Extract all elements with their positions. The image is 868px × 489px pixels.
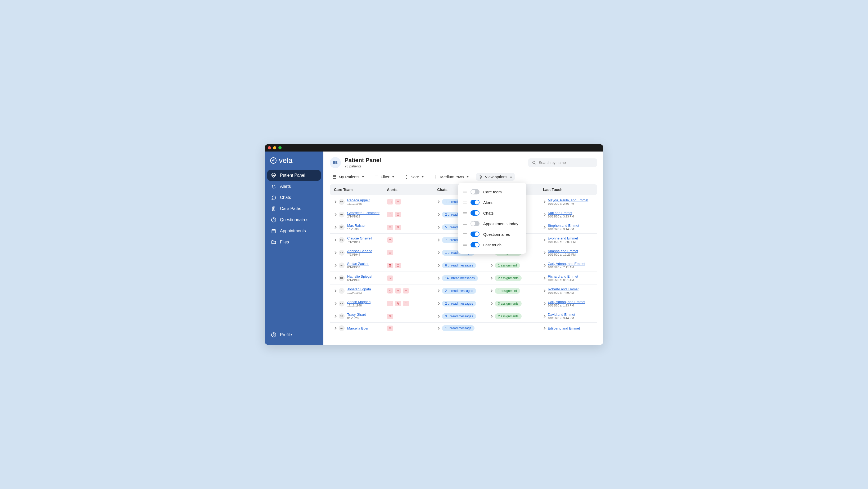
briefcase-alert-icon[interactable] <box>395 263 401 268</box>
expand-chats-button[interactable] <box>437 315 439 318</box>
battery-alert-icon[interactable] <box>387 250 393 255</box>
last-touch-link[interactable]: Evonne and Emmet <box>548 236 578 240</box>
expand-assignments-button[interactable] <box>490 302 493 305</box>
id-alert-icon[interactable] <box>387 276 393 281</box>
expand-assignments-button[interactable] <box>490 315 493 318</box>
expand-chats-button[interactable] <box>437 277 439 280</box>
expand-chats-button[interactable] <box>437 200 439 203</box>
patient-name-link[interactable]: Adnan Magnan <box>347 300 371 304</box>
expand-last-touch-button[interactable] <box>542 315 546 318</box>
last-touch-link[interactable]: Edilberto and Emmet <box>548 326 580 330</box>
briefcase-alert-icon[interactable] <box>387 237 393 243</box>
last-touch-link[interactable]: Carl, Adnan, and Emmet <box>548 300 585 304</box>
drag-handle-icon[interactable] <box>463 212 467 214</box>
unread-messages-pill[interactable]: 1 unread message <box>442 325 474 331</box>
last-touch-link[interactable]: Carl, Adnan, and Emmet <box>548 262 585 266</box>
sidebar-item-profile[interactable]: Profile <box>267 329 321 340</box>
expand-chats-button[interactable] <box>437 238 439 241</box>
battery-alert-icon[interactable] <box>387 325 393 331</box>
expand-chats-button[interactable] <box>437 289 439 292</box>
expand-last-touch-button[interactable] <box>542 302 546 305</box>
expand-chats-button[interactable] <box>437 226 439 229</box>
expand-row-button[interactable] <box>334 200 336 203</box>
expand-chats-button[interactable] <box>437 213 439 216</box>
expand-last-touch-button[interactable] <box>542 238 546 241</box>
last-touch-link[interactable]: Stephen and Emmet <box>548 224 579 228</box>
unread-messages-pill[interactable]: 2 unread messages <box>442 301 476 307</box>
expand-assignments-button[interactable] <box>490 264 493 267</box>
expand-last-touch-button[interactable] <box>542 264 546 267</box>
patient-name-link[interactable]: Jonatan Lopata <box>347 287 371 291</box>
briefcase-alert-icon[interactable] <box>403 288 409 293</box>
briefcase-alert-icon[interactable] <box>395 199 401 204</box>
toggle-chats[interactable] <box>470 210 479 215</box>
user-avatar[interactable]: EB <box>330 157 341 168</box>
last-touch-link[interactable]: Arianna and Emmet <box>548 249 578 253</box>
window-maximize-button[interactable] <box>278 146 282 149</box>
last-touch-link[interactable]: David and Emmet <box>548 313 575 317</box>
expand-row-button[interactable] <box>334 213 336 216</box>
last-touch-link[interactable]: Richard and Emmet <box>548 275 578 279</box>
view-options-button[interactable]: View options <box>476 173 515 181</box>
window-minimize-button[interactable] <box>273 146 276 149</box>
drag-handle-icon[interactable] <box>463 191 467 193</box>
row-size-button[interactable]: Medium rows <box>431 173 471 181</box>
toggle-questionnaires[interactable] <box>470 232 479 237</box>
sidebar-item-patient-panel[interactable]: Patient Panel <box>267 170 321 181</box>
expand-assignments-button[interactable] <box>490 277 493 280</box>
my-patients-button[interactable]: My Patients <box>330 173 367 181</box>
hospital-alert-icon[interactable] <box>387 199 393 204</box>
patient-name-link[interactable]: Georgette Eichstaedt <box>347 211 379 215</box>
expand-row-button[interactable] <box>334 289 336 292</box>
patient-name-link[interactable]: Marcella Buer <box>347 326 368 330</box>
drag-handle-icon[interactable] <box>463 223 467 225</box>
sort-button[interactable]: Sort: <box>402 173 427 181</box>
toggle-care-team[interactable] <box>470 189 479 195</box>
patient-name-link[interactable]: Rebeca Appelt <box>347 198 370 202</box>
expand-chats-button[interactable] <box>437 251 439 254</box>
last-touch-link[interactable]: Mayda, Paula, and Emmet <box>548 198 588 202</box>
toggle-appointments-today[interactable] <box>470 221 479 226</box>
patient-name-link[interactable]: Max Ralston <box>347 224 366 228</box>
filter-button[interactable]: Filter <box>372 173 397 181</box>
patient-name-link[interactable]: Nathalie Spiegel <box>347 275 372 279</box>
home-alert-icon[interactable] <box>403 301 409 306</box>
expand-assignments-button[interactable] <box>490 289 493 292</box>
expand-row-button[interactable] <box>334 251 336 254</box>
drag-handle-icon[interactable] <box>463 233 467 235</box>
expand-last-touch-button[interactable] <box>542 289 546 292</box>
expand-row-button[interactable] <box>334 238 336 241</box>
home-alert-icon[interactable] <box>387 288 393 293</box>
assignments-pill[interactable]: 2 assignments <box>495 313 522 319</box>
id-alert-icon[interactable] <box>395 288 401 293</box>
home-alert-icon[interactable] <box>387 212 393 217</box>
unread-messages-pill[interactable]: 3 unread messages <box>442 313 476 319</box>
window-close-button[interactable] <box>268 146 271 149</box>
rx-alert-icon[interactable] <box>395 301 401 306</box>
expand-row-button[interactable] <box>334 226 336 229</box>
id-alert-icon[interactable] <box>387 263 393 268</box>
search-input[interactable] <box>539 161 593 165</box>
expand-row-button[interactable] <box>334 326 336 329</box>
assignments-pill[interactable]: 1 assignment <box>495 288 520 294</box>
sidebar-item-appointments[interactable]: Appointments <box>267 226 321 236</box>
id-alert-icon[interactable] <box>395 225 401 230</box>
unread-messages-pill[interactable]: 14 unread messages <box>442 275 478 281</box>
expand-chats-button[interactable] <box>437 264 439 267</box>
expand-last-touch-button[interactable] <box>542 213 546 216</box>
expand-row-button[interactable] <box>334 302 336 305</box>
unread-messages-pill[interactable]: 6 unread messages <box>442 262 476 268</box>
expand-last-touch-button[interactable] <box>542 326 546 329</box>
hospital-alert-icon[interactable] <box>395 212 401 217</box>
patient-name-link[interactable]: Claudie Griswell <box>347 236 372 240</box>
drag-handle-icon[interactable] <box>463 202 467 203</box>
unread-messages-pill[interactable]: 2 unread messages <box>442 288 476 294</box>
battery-alert-icon[interactable] <box>387 301 393 306</box>
assignments-pill[interactable]: 1 assignment <box>495 262 520 268</box>
expand-last-touch-button[interactable] <box>542 226 546 229</box>
expand-chats-button[interactable] <box>437 302 439 305</box>
expand-last-touch-button[interactable] <box>542 277 546 280</box>
sidebar-item-questionnaires[interactable]: Questionnaires <box>267 214 321 225</box>
sidebar-item-chats[interactable]: Chats <box>267 192 321 203</box>
id-alert-icon[interactable] <box>387 314 393 319</box>
